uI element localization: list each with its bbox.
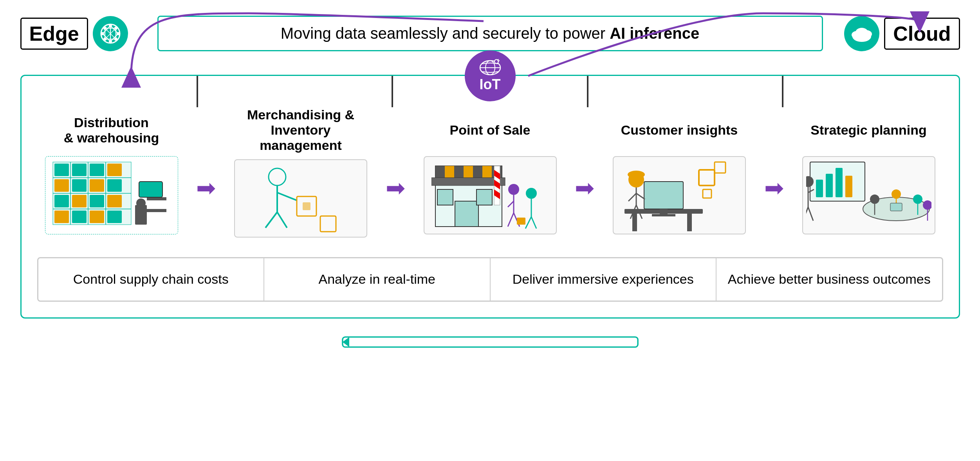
svg-rect-52 [72, 211, 87, 223]
outcome-1: Control supply chain costs [38, 258, 265, 301]
svg-rect-40 [72, 164, 87, 176]
svg-line-114 [808, 207, 813, 221]
bottom-feedback-arrow [314, 330, 666, 354]
cloud-label-box: Cloud [884, 18, 960, 50]
stage-merchandising: Merchandising & Inventorymanagement [226, 107, 375, 238]
svg-rect-107 [826, 174, 833, 197]
svg-rect-77 [437, 189, 453, 205]
svg-rect-39 [54, 164, 69, 176]
iot-label: IoT [480, 76, 501, 93]
svg-rect-94 [652, 214, 675, 216]
stage-strategic-image [802, 156, 935, 234]
svg-rect-55 [135, 205, 147, 225]
outcomes-bar: Control supply chain costs Analyze in re… [37, 257, 943, 302]
stage-customer-image [613, 156, 746, 234]
svg-line-113 [806, 207, 808, 221]
strategic-illustration [806, 158, 931, 232]
cloud-icon-circle [844, 16, 879, 51]
svg-rect-93 [660, 209, 668, 215]
svg-point-116 [870, 194, 879, 204]
iot-globe-icon [478, 59, 502, 76]
svg-rect-47 [54, 195, 69, 207]
stage-customer: Customer insights [605, 111, 754, 234]
svg-line-83 [508, 201, 514, 207]
svg-rect-90 [632, 214, 637, 231]
cloud-icon [850, 24, 874, 43]
cloud-section: Cloud [844, 16, 960, 51]
svg-rect-104 [703, 189, 711, 198]
svg-line-30 [497, 59, 499, 60]
svg-rect-103 [715, 162, 726, 173]
bottom-arrow-container [20, 330, 960, 354]
svg-rect-43 [54, 179, 69, 192]
svg-line-86 [525, 217, 531, 229]
iot-circle: IoT [465, 50, 516, 101]
svg-rect-70 [435, 166, 445, 178]
svg-rect-48 [72, 195, 87, 207]
banner-normal-text: Moving data seamlessly and securely to p… [281, 25, 610, 42]
cloud-text: Cloud [893, 22, 951, 45]
svg-rect-71 [454, 166, 464, 178]
vert-line-3 [587, 76, 588, 107]
arrow-4: ➡ [764, 176, 784, 200]
svg-rect-53 [90, 211, 104, 223]
banner-bold-text: AI inference [610, 25, 699, 42]
svg-rect-57 [147, 197, 166, 200]
stage-strategic-title: Strategic planning [810, 111, 927, 150]
svg-line-81 [508, 213, 514, 227]
svg-rect-76 [455, 201, 478, 227]
svg-rect-91 [687, 214, 692, 231]
svg-rect-54 [107, 211, 122, 223]
svg-rect-42 [107, 164, 122, 176]
svg-line-98 [628, 193, 636, 201]
stages-row: Distribution& warehousing [37, 107, 943, 238]
svg-rect-44 [72, 179, 87, 192]
svg-rect-67 [320, 216, 336, 232]
svg-line-99 [636, 193, 645, 199]
svg-point-118 [892, 189, 901, 199]
stage-customer-title: Customer insights [621, 111, 738, 150]
svg-line-62 [265, 212, 277, 228]
svg-rect-45 [90, 179, 104, 192]
stage-strategic: Strategic planning [794, 111, 943, 234]
svg-rect-109 [845, 176, 852, 197]
stage-distribution: Distribution& warehousing [37, 111, 186, 234]
edge-icon-circle [93, 16, 128, 51]
svg-rect-102 [699, 170, 715, 185]
svg-point-121 [913, 194, 922, 204]
svg-rect-59 [139, 182, 162, 197]
stage-pos-image [424, 156, 557, 234]
svg-rect-72 [473, 166, 482, 178]
svg-rect-66 [303, 202, 310, 210]
svg-point-96 [628, 171, 645, 178]
outcome-4: Achieve better business outcomes [717, 258, 942, 301]
svg-rect-125 [342, 337, 637, 347]
stage-merchandising-title: Merchandising & Inventorymanagement [226, 107, 375, 153]
svg-point-84 [526, 188, 537, 199]
svg-point-56 [136, 198, 146, 208]
svg-rect-49 [90, 195, 104, 207]
banner-box: Moving data seamlessly and securely to p… [157, 16, 823, 51]
svg-line-64 [277, 193, 297, 200]
outcome-3: Deliver immersive experiences [491, 258, 717, 301]
arrow-3: ➡ [575, 176, 594, 200]
svg-line-87 [531, 217, 536, 229]
content-area: IoT [20, 75, 960, 319]
svg-rect-106 [816, 180, 823, 197]
pos-illustration [431, 158, 549, 232]
arrow-1: ➡ [196, 176, 216, 200]
stage-merchandising-image [234, 159, 367, 238]
edge-label-box: Edge [20, 18, 88, 50]
svg-rect-41 [90, 164, 104, 176]
vert-line-2 [392, 76, 393, 107]
svg-rect-88 [517, 218, 525, 225]
outcome-2: Analyze in real-time [264, 258, 491, 301]
svg-rect-108 [836, 168, 843, 197]
svg-point-79 [508, 184, 519, 195]
svg-rect-58 [147, 209, 166, 212]
vert-line-1 [197, 76, 198, 107]
svg-rect-51 [54, 211, 69, 223]
svg-point-60 [269, 168, 286, 185]
svg-rect-92 [644, 182, 683, 209]
stage-distribution-image [45, 156, 178, 234]
